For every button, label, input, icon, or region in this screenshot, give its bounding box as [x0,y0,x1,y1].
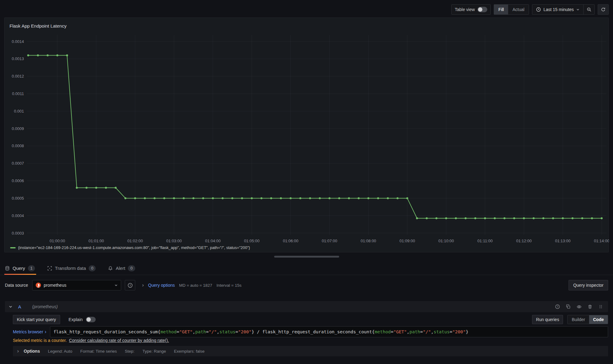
chevron-down-icon [114,284,118,287]
options-step: Step: [125,349,135,354]
actual-button[interactable]: Actual [508,5,529,14]
bell-icon [108,266,113,271]
run-queries-button[interactable]: Run queries [532,315,563,324]
counter-warning: Selected metric is a counter. Consider c… [13,337,169,343]
metrics-browser-toggle[interactable]: Metrics browser › [13,329,46,334]
database-icon [5,266,10,271]
svg-text:?: ? [557,305,558,308]
time-range-label: Last 15 minutes [543,7,574,12]
datasource-name: prometheus [44,283,66,288]
svg-text:0.0005: 0.0005 [12,196,24,201]
tab-transform-label: Transform data [55,266,86,271]
svg-text:0.0012: 0.0012 [12,74,24,79]
legend-series-marker [10,247,16,248]
svg-text:01:03:00: 01:03:00 [166,239,182,243]
datasource-picker[interactable]: prometheus [32,280,121,290]
time-range-button[interactable]: Last 15 minutes [532,7,583,12]
svg-text:01:12:00: 01:12:00 [516,239,532,243]
options-type: Type: Range [143,349,166,354]
svg-text:01:10:00: 01:10:00 [439,239,454,243]
question-circle-icon: ? [128,283,133,288]
editor-mode-switch: Builder Code [567,315,608,324]
chevron-down-icon [576,8,580,11]
chevron-right-icon: › [17,349,19,354]
query-row-header[interactable]: A (prometheus) ? [5,301,608,312]
duplicate-query-icon[interactable] [566,304,571,309]
warning-text: Selected metric is a counter. [13,338,67,343]
explain-toggle[interactable] [86,317,96,322]
query-count-badge: 1 [28,265,35,271]
builder-mode-button[interactable]: Builder [568,315,589,324]
svg-text:0.0011: 0.0011 [12,91,24,96]
transform-count-badge: 0 [89,265,96,271]
svg-text:0.0007: 0.0007 [12,161,24,166]
datasource-row: Data source prometheus ? › Query options… [5,280,608,291]
datasource-label: Data source [5,283,28,288]
add-rate-link[interactable]: Consider calculating rate of counter by … [69,338,169,343]
chevron-right-icon: › [45,329,46,334]
clock-icon [536,7,541,12]
svg-text:01:01:00: 01:01:00 [88,239,104,243]
panel-edit-toolbar: Table view Fill Actual Last 15 minutes [451,4,609,15]
query-options-toggle[interactable]: › Query options MD = auto = 1827 Interva… [142,283,241,288]
alert-count-badge: 0 [128,265,135,271]
table-view-toggle[interactable] [477,7,487,12]
active-tab-underline [4,274,36,275]
latency-chart[interactable]: 0.00140.00130.00120.00110.0010.00090.000… [5,18,609,253]
svg-text:01:11:00: 01:11:00 [477,239,493,243]
svg-text:01:13:00: 01:13:00 [555,239,571,243]
refresh-button[interactable] [598,4,609,15]
svg-text:01:07:00: 01:07:00 [322,239,337,243]
promql-query-input[interactable]: flask_http_request_duration_seconds_sum{… [50,326,608,337]
query-row-actions: ? [555,304,603,309]
delete-query-icon[interactable] [588,304,592,309]
time-series-panel: Flask App Endpoint Latency 0.00140.00130… [4,17,609,252]
datasource-help-button[interactable]: ? [125,280,135,290]
svg-text:01:02:00: 01:02:00 [127,239,143,243]
query-options-label: Query options [148,283,175,288]
fill-button[interactable]: Fill [494,5,508,14]
kick-start-query-button[interactable]: Kick start your query [13,315,60,324]
tab-query-label: Query [13,266,25,271]
editor-tabbar: Query 1 Transform data 0 Alert 0 [0,262,613,275]
legend-series-label[interactable]: {instance="ec2-184-169-216-224.us-west-1… [18,245,250,250]
svg-text:0.001: 0.001 [14,109,24,113]
options-label: Options [24,349,40,354]
tab-alert-label: Alert [116,266,125,271]
process-icon [47,266,52,271]
query-editor-row: Metrics browser › flask_http_request_dur… [13,326,608,337]
svg-text:0.0013: 0.0013 [12,56,24,61]
svg-text:0.0014: 0.0014 [12,39,24,44]
code-mode-button[interactable]: Code [589,315,608,324]
svg-text:?: ? [129,284,131,287]
tab-query[interactable]: Query 1 [5,262,35,275]
svg-text:0.0003: 0.0003 [12,231,24,236]
drag-handle-icon[interactable] [598,304,603,309]
svg-text:01:00:00: 01:00:00 [50,239,65,243]
options-exemplars: Exemplars: false [174,349,205,354]
options-legend: Legend: Auto [48,349,72,354]
interval-value: Interval = 15s [216,283,241,288]
svg-text:01:14:00: 01:14:00 [594,239,609,243]
svg-text:0.0006: 0.0006 [12,178,24,183]
svg-text:01:08:00: 01:08:00 [361,239,376,243]
table-view-control: Table view [451,4,491,15]
max-data-points-value: MD = auto = 1827 [179,283,212,288]
collapse-chevron-icon[interactable] [9,305,13,309]
chart-legend: {instance="ec2-184-169-216-224.us-west-1… [10,245,250,250]
chevron-right-icon: › [142,283,144,288]
query-refid: A [18,304,21,309]
pane-resize-handle[interactable] [274,256,339,258]
query-help-icon[interactable]: ? [555,304,560,309]
prometheus-logo [36,282,41,288]
query-inspector-button[interactable]: Query inspector [569,280,608,290]
zoom-out-time-button[interactable] [583,5,594,14]
search-minus-icon [587,7,592,12]
explain-label: Explain [69,317,83,322]
toggle-visibility-icon[interactable] [577,304,582,309]
query-options-summary[interactable]: › Options Legend: Auto Format: Time seri… [13,346,608,356]
tab-transform-data[interactable]: Transform data 0 [47,262,96,275]
svg-text:01:05:00: 01:05:00 [244,239,260,243]
fill-actual-switch: Fill Actual [494,4,529,15]
tab-alert[interactable]: Alert 0 [108,262,135,275]
